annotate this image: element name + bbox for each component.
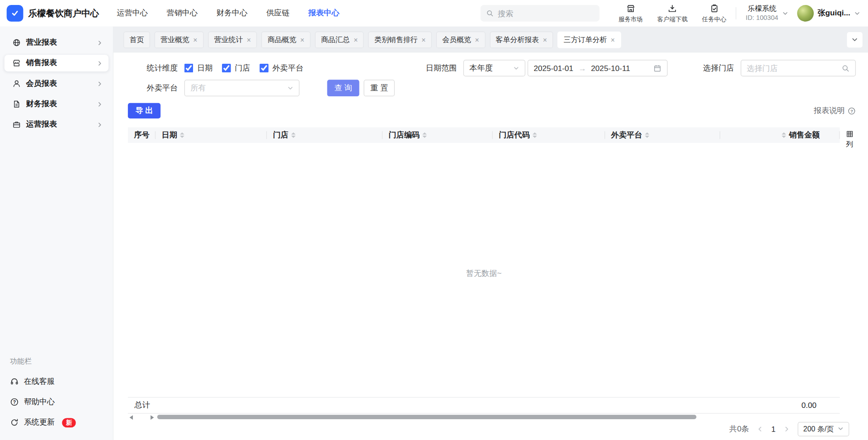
- sidebar-item-label: 系统更新: [24, 417, 55, 427]
- th-store-number[interactable]: 门店编码: [382, 128, 493, 143]
- search-icon: [486, 9, 494, 17]
- query-button[interactable]: 查 询: [327, 80, 359, 96]
- quicklink-client-download[interactable]: 客户端下载: [657, 4, 688, 23]
- tab-home[interactable]: 首页: [123, 32, 150, 48]
- close-icon[interactable]: ×: [247, 36, 251, 44]
- quicklink-service-market[interactable]: 服务市场: [618, 4, 643, 23]
- close-icon[interactable]: ×: [611, 36, 615, 44]
- date-range-picker[interactable]: 2025-01-01 → 2025-10-11: [528, 60, 668, 76]
- tab-ticket-analysis-report[interactable]: 客单分析报表 ×: [490, 32, 553, 48]
- tab-product-summary[interactable]: 商品汇总 ×: [315, 32, 363, 48]
- checkbox-date[interactable]: [184, 64, 193, 73]
- dimension-checkbox-date[interactable]: 日期: [184, 63, 212, 73]
- nav-report-center[interactable]: 报表中心: [308, 8, 340, 18]
- th-sales-amount[interactable]: 销售金额: [720, 128, 840, 143]
- checkbox-delivery-platform[interactable]: [259, 64, 269, 73]
- nav-marketing-center[interactable]: 营销中心: [167, 8, 198, 18]
- close-icon[interactable]: ×: [475, 36, 479, 44]
- checkbox-store[interactable]: [222, 64, 231, 73]
- column-label: 门店代码: [499, 130, 530, 140]
- page-size-select[interactable]: 200 条/页: [798, 421, 849, 436]
- platform-select[interactable]: 所有: [184, 80, 300, 96]
- chevron-down-icon: [782, 10, 788, 16]
- nav-finance-center[interactable]: 财务中心: [217, 8, 248, 18]
- sidebar-item-system-update[interactable]: 系统更新 新: [5, 414, 108, 431]
- tab-label: 首页: [130, 35, 144, 45]
- search-icon[interactable]: [841, 64, 849, 72]
- sidebar-item-finance-reports[interactable]: 财务报表: [5, 96, 108, 113]
- quicklink-label: 服务市场: [618, 14, 643, 23]
- sidebar-item-sales-reports[interactable]: 销售报表: [5, 55, 108, 71]
- dimension-checkbox-store[interactable]: 门店: [222, 63, 250, 73]
- app-logo[interactable]: [7, 5, 24, 22]
- chevron-down-icon: [851, 37, 858, 43]
- tab-product-overview[interactable]: 商品概览 ×: [261, 32, 310, 48]
- th-store-code[interactable]: 门店代码: [493, 128, 605, 143]
- nav-operation-center[interactable]: 运营中心: [117, 8, 148, 18]
- store-select[interactable]: [741, 60, 856, 76]
- quicklink-task-center[interactable]: 任务中心: [702, 4, 726, 23]
- sort-icon[interactable]: [422, 132, 427, 138]
- date-range-group: 日期范围 本年度 2025-01-01 → 2025-10-11: [426, 60, 668, 76]
- tab-third-party-order-analysis[interactable]: 三方订单分析 ×: [557, 32, 621, 48]
- sort-icon[interactable]: [533, 132, 537, 138]
- date-preset-select[interactable]: 本年度: [463, 60, 525, 76]
- report-note[interactable]: 报表说明 ?: [814, 106, 856, 116]
- sort-icon[interactable]: [645, 132, 650, 138]
- close-icon[interactable]: ×: [300, 36, 304, 44]
- horizontal-scrollbar[interactable]: [128, 414, 840, 421]
- tab-business-overview[interactable]: 营业概览 ×: [155, 32, 203, 48]
- question-circle-icon: ?: [848, 107, 856, 115]
- sidebar-item-member-reports[interactable]: 会员报表: [5, 76, 108, 92]
- close-icon[interactable]: ×: [354, 36, 358, 44]
- top-bar: 乐檬餐饮商户中心 运营中心 营销中心 财务中心 供应链 报表中心 服务市场: [0, 0, 868, 27]
- sidebar-item-label: 在线客服: [24, 377, 55, 387]
- th-delivery-platform[interactable]: 外卖平台: [605, 128, 720, 143]
- column-label: 门店: [273, 130, 288, 140]
- tab-category-sales-rank[interactable]: 类别销售排行 ×: [368, 32, 432, 48]
- scroll-right-icon[interactable]: [151, 415, 154, 420]
- tab-business-stats[interactable]: 营业统计 ×: [208, 32, 257, 48]
- global-search[interactable]: [481, 5, 599, 22]
- store-input[interactable]: [747, 64, 838, 73]
- th-store[interactable]: 门店: [267, 128, 382, 143]
- nav-supply-chain[interactable]: 供应链: [266, 8, 289, 18]
- sidebar-item-help-center[interactable]: ? 帮助中心: [5, 394, 108, 411]
- tab-member-overview[interactable]: 会员概览 ×: [436, 32, 485, 48]
- date-start: 2025-01-01: [533, 64, 573, 73]
- user-menu[interactable]: 张guiqi...: [797, 5, 860, 22]
- system-switcher[interactable]: 乐檬系统 ID: 100304: [746, 5, 788, 22]
- scrollbar-thumb[interactable]: [157, 415, 697, 419]
- tab-overflow-button[interactable]: [847, 32, 862, 47]
- member-icon: [12, 79, 21, 88]
- total-count: 共0条: [729, 424, 749, 434]
- chevron-right-icon: [97, 101, 103, 107]
- sidebar-item-online-support[interactable]: 在线客服: [5, 373, 108, 390]
- sidebar-item-label: 财务报表: [26, 99, 57, 109]
- close-icon[interactable]: ×: [421, 36, 425, 44]
- export-button[interactable]: 导 出: [128, 103, 160, 118]
- th-date[interactable]: 日期: [156, 128, 267, 143]
- sidebar-item-label: 销售报表: [26, 58, 57, 68]
- prev-page-icon[interactable]: [757, 426, 764, 432]
- service-market-icon: [626, 4, 635, 13]
- sidebar-footer: 功能栏 在线客服 ? 帮助中心 系统更新: [5, 357, 108, 435]
- current-page[interactable]: 1: [771, 425, 776, 434]
- column-label: 销售金额: [789, 130, 820, 140]
- dimension-checkbox-delivery-platform[interactable]: 外卖平台: [259, 63, 303, 73]
- app-title: 乐檬餐饮商户中心: [28, 8, 99, 19]
- sidebar-item-business-reports[interactable]: 营业报表: [5, 34, 108, 51]
- search-input[interactable]: [498, 9, 594, 18]
- reset-button[interactable]: 重 置: [363, 80, 395, 96]
- close-icon[interactable]: ×: [543, 36, 547, 44]
- app-window: 乐檬餐饮商户中心 运营中心 营销中心 财务中心 供应链 报表中心 服务市场: [0, 0, 868, 440]
- scroll-left-icon[interactable]: [130, 415, 133, 420]
- column-settings-button[interactable]: 列: [843, 128, 856, 150]
- sidebar-item-operation-reports[interactable]: 运营报表: [5, 116, 108, 133]
- close-icon[interactable]: ×: [193, 36, 197, 44]
- sort-icon[interactable]: [782, 132, 786, 138]
- next-page-icon[interactable]: [783, 426, 790, 432]
- chevron-right-icon: [97, 60, 103, 66]
- sort-icon[interactable]: [291, 132, 296, 138]
- sort-icon[interactable]: [180, 132, 184, 138]
